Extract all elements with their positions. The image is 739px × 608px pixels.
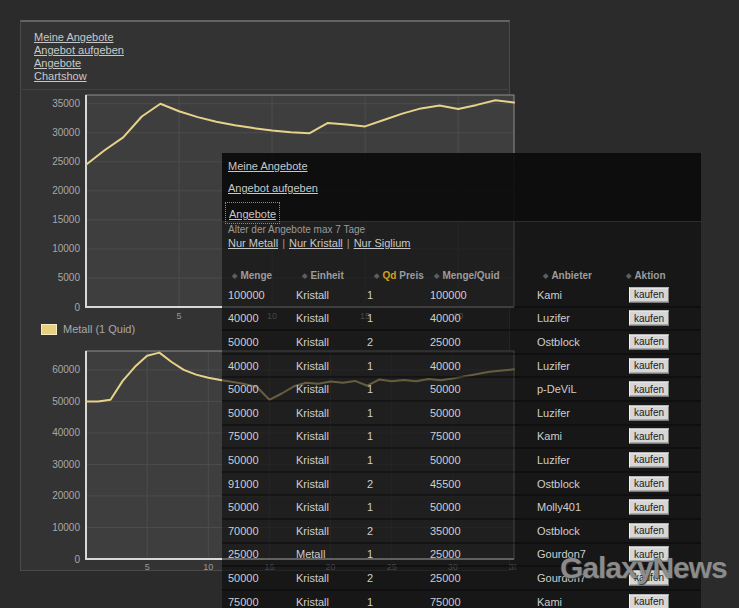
cell-einheit: Kristall bbox=[296, 383, 329, 395]
svg-text:5: 5 bbox=[177, 311, 182, 321]
kaufen-button[interactable]: kaufen bbox=[629, 594, 669, 608]
cell-einheit: Kristall bbox=[296, 312, 329, 324]
cell-einheit: Kristall bbox=[296, 501, 329, 513]
column-header-label: Anbieter bbox=[551, 270, 592, 281]
popup-link-angebote-focus: Angebote bbox=[225, 202, 280, 224]
cell-preis: 1 bbox=[367, 312, 373, 324]
currency-badge: Qd bbox=[382, 270, 396, 281]
panel-menu: Meine Angebote Angebot aufgeben Angebote… bbox=[34, 31, 124, 83]
kaufen-button[interactable]: kaufen bbox=[629, 570, 669, 585]
metall-series-swatch-icon bbox=[41, 324, 57, 335]
kaufen-button[interactable]: kaufen bbox=[629, 334, 669, 349]
table-row: 50000Kristall225000Gourdon7kaufen bbox=[222, 567, 701, 591]
cell-menge-quid: 25000 bbox=[430, 548, 461, 560]
cell-menge-quid: 35000 bbox=[430, 525, 461, 537]
cell-menge-quid: 50000 bbox=[430, 383, 461, 395]
column-header-label: Einheit bbox=[310, 270, 343, 281]
table-row: 50000Kristall150000Luziferkaufen bbox=[222, 449, 701, 473]
kaufen-button[interactable]: kaufen bbox=[629, 452, 669, 467]
cell-menge-quid: 75000 bbox=[430, 596, 461, 608]
column-header-menge[interactable]: ◆Menge bbox=[232, 270, 272, 281]
column-header-menge-quid[interactable]: ◆Menge/Quid bbox=[434, 270, 500, 281]
cell-menge: 75000 bbox=[228, 430, 259, 442]
svg-text:5: 5 bbox=[145, 562, 150, 572]
cell-menge-quid: 25000 bbox=[430, 572, 461, 584]
kaufen-button[interactable]: kaufen bbox=[629, 429, 669, 444]
menu-link-chartshow[interactable]: Chartshow bbox=[34, 70, 124, 83]
svg-text:0: 0 bbox=[74, 554, 80, 565]
sort-icon: ◆ bbox=[232, 272, 237, 279]
kaufen-button[interactable]: kaufen bbox=[629, 382, 669, 397]
svg-text:0: 0 bbox=[74, 302, 80, 313]
cell-menge-quid: 40000 bbox=[430, 360, 461, 372]
svg-text:20000: 20000 bbox=[52, 185, 80, 196]
kaufen-button[interactable]: kaufen bbox=[629, 476, 669, 491]
cell-anbieter: Kami bbox=[537, 596, 562, 608]
column-header-aktion[interactable]: ◆Aktion bbox=[626, 270, 666, 281]
resource-filter-links: Nur Metall|Nur Kristall|Nur Siglium bbox=[228, 237, 411, 249]
kaufen-button[interactable]: kaufen bbox=[629, 287, 669, 302]
cell-menge-quid: 75000 bbox=[430, 430, 461, 442]
sort-icon: ◆ bbox=[626, 272, 631, 279]
cell-preis: 1 bbox=[367, 407, 373, 419]
cell-einheit: Kristall bbox=[296, 478, 329, 490]
cell-einheit: Kristall bbox=[296, 289, 329, 301]
cell-menge-quid: 45500 bbox=[430, 478, 461, 490]
popup-link-meine-angebote[interactable]: Meine Angebote bbox=[228, 160, 308, 172]
offers-table-body: 100000Kristall1100000Kamikaufen40000Kris… bbox=[222, 284, 701, 608]
filter-nur-kristall[interactable]: Nur Kristall bbox=[289, 237, 343, 249]
column-header-anbieter[interactable]: ◆Anbieter bbox=[543, 270, 592, 281]
cell-preis: 2 bbox=[367, 525, 373, 537]
column-header-einheit[interactable]: ◆Einheit bbox=[302, 270, 344, 281]
cell-einheit: Kristall bbox=[296, 525, 329, 537]
kaufen-button[interactable]: kaufen bbox=[629, 405, 669, 420]
offers-table-header: ◆Menge ◆Einheit ◆QdPreis ◆Menge/Quid ◆An… bbox=[222, 270, 701, 284]
menu-link-angebote[interactable]: Angebote bbox=[34, 57, 124, 70]
table-row: 91000Kristall245500Ostblockkaufen bbox=[222, 473, 701, 497]
svg-text:40000: 40000 bbox=[52, 427, 80, 438]
cell-menge: 40000 bbox=[228, 312, 259, 324]
svg-text:50000: 50000 bbox=[52, 396, 80, 407]
cell-preis: 1 bbox=[367, 289, 373, 301]
cell-anbieter: Luzifer bbox=[537, 407, 570, 419]
svg-text:5000: 5000 bbox=[58, 272, 81, 283]
cell-menge: 100000 bbox=[228, 289, 265, 301]
kaufen-button[interactable]: kaufen bbox=[629, 500, 669, 515]
kaufen-button[interactable]: kaufen bbox=[629, 311, 669, 326]
cell-anbieter: Kami bbox=[537, 430, 562, 442]
svg-text:15000: 15000 bbox=[52, 214, 80, 225]
cell-menge: 91000 bbox=[228, 478, 259, 490]
menu-link-angebot-aufgeben[interactable]: Angebot aufgeben bbox=[34, 44, 124, 57]
table-row: 40000Kristall140000Luziferkaufen bbox=[222, 308, 701, 332]
menu-link-meine-angebote[interactable]: Meine Angebote bbox=[34, 31, 124, 44]
table-row: 50000Kristall150000p-DeViLkaufen bbox=[222, 378, 701, 402]
popup-menu: Meine Angebote Angebot aufgeben Angebote bbox=[222, 153, 701, 222]
cell-anbieter: Ostblock bbox=[537, 336, 580, 348]
cell-einheit: Kristall bbox=[296, 336, 329, 348]
cell-preis: 2 bbox=[367, 478, 373, 490]
cell-preis: 1 bbox=[367, 501, 373, 513]
filter-separator: | bbox=[282, 237, 285, 249]
svg-text:10: 10 bbox=[203, 562, 213, 572]
cell-einheit: Metall bbox=[296, 548, 325, 560]
kaufen-button[interactable]: kaufen bbox=[629, 523, 669, 538]
cell-menge: 75000 bbox=[228, 596, 259, 608]
kaufen-button[interactable]: kaufen bbox=[629, 358, 669, 373]
cell-einheit: Kristall bbox=[296, 454, 329, 466]
sort-icon: ◆ bbox=[543, 272, 548, 279]
cell-preis: 1 bbox=[367, 383, 373, 395]
cell-menge: 50000 bbox=[228, 407, 259, 419]
cell-preis: 2 bbox=[367, 336, 373, 348]
svg-text:30000: 30000 bbox=[52, 459, 80, 470]
popup-link-angebot-aufgeben[interactable]: Angebot aufgeben bbox=[228, 182, 318, 194]
cell-menge: 50000 bbox=[228, 501, 259, 513]
filter-nur-siglium[interactable]: Nur Siglium bbox=[354, 237, 411, 249]
cell-anbieter: Luzifer bbox=[537, 312, 570, 324]
cell-preis: 1 bbox=[367, 360, 373, 372]
filter-nur-metall[interactable]: Nur Metall bbox=[228, 237, 278, 249]
popup-link-angebote[interactable]: Angebote bbox=[229, 208, 276, 220]
angebote-popup: Meine Angebote Angebot aufgeben Angebote… bbox=[222, 153, 701, 608]
kaufen-button[interactable]: kaufen bbox=[629, 547, 669, 562]
column-header-preis[interactable]: ◆QdPreis bbox=[374, 270, 424, 281]
cell-preis: 2 bbox=[367, 572, 373, 584]
